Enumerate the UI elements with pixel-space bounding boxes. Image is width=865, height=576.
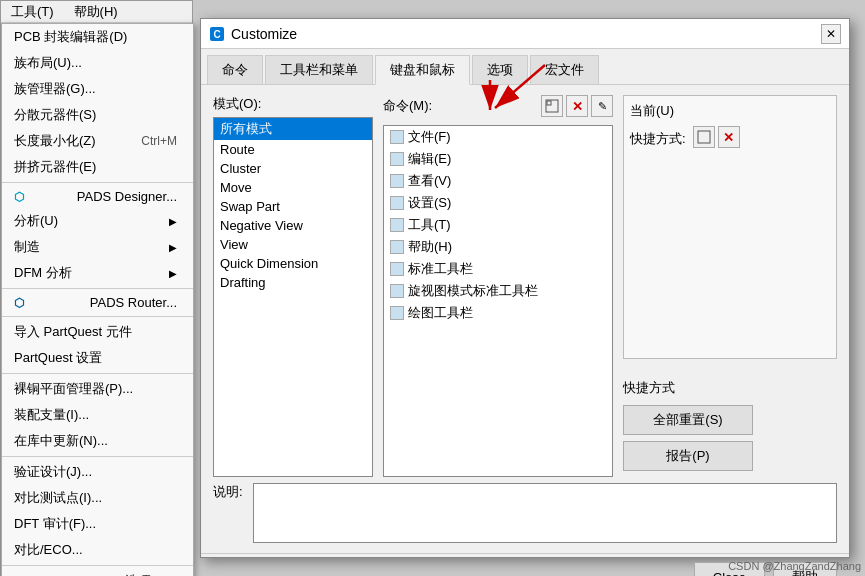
cmd-view-icon <box>390 174 404 188</box>
cmd-item-help[interactable]: 帮助(H) <box>384 236 612 258</box>
tab-commands[interactable]: 命令 <box>207 55 263 84</box>
description-label: 说明: <box>213 483 243 543</box>
current-toolbar: 快捷方式: ✕ <box>630 126 830 148</box>
sep3 <box>2 316 193 317</box>
tab-bar: 命令 工具栏和菜单 键盘和鼠标 选项 宏文件 <box>201 49 849 85</box>
mode-item-cluster[interactable]: Cluster <box>214 159 372 178</box>
commands-column: 命令(M): ✕ ✎ <box>383 95 613 477</box>
commands-new-btn[interactable] <box>541 95 563 117</box>
commands-delete-btn[interactable]: ✕ <box>566 95 588 117</box>
menu-scatter[interactable]: 分散元器件(S) <box>2 102 193 128</box>
cmd-item-draw-toolbar[interactable]: 绘图工具栏 <box>384 302 612 324</box>
report-button[interactable]: 报告(P) <box>623 441 753 471</box>
mode-item-view[interactable]: View <box>214 235 372 254</box>
menu-compare-testpoints[interactable]: 对比测试点(I)... <box>2 485 193 511</box>
dialog-title-text: Customize <box>231 26 297 42</box>
dialog-body: 模式(O): 所有模式 Route Cluster Move S <box>201 85 849 553</box>
menu-layout[interactable]: 族布局(U)... <box>2 50 193 76</box>
current-shortcut-label: 快捷方式: <box>630 130 686 148</box>
current-new-btn[interactable] <box>693 126 715 148</box>
menu-verify-design[interactable]: 验证设计(J)... <box>2 459 193 485</box>
sep4 <box>2 373 193 374</box>
cmd-item-edit[interactable]: 编辑(E) <box>384 148 612 170</box>
mode-item-quick-dim[interactable]: Quick Dimension <box>214 254 372 273</box>
menu-compare-eco[interactable]: 对比/ECO... <box>2 537 193 563</box>
cmd-item-file[interactable]: 文件(F) <box>384 126 612 148</box>
cmd-rotation-icon <box>390 284 404 298</box>
menu-copper-mgr[interactable]: 裸铜平面管理器(P)... <box>2 376 193 402</box>
right-panel: 当前(U) 快捷方式: ✕ <box>623 95 837 477</box>
menu-eco-options[interactable]: ⬡ ECO 选项(J)... <box>2 568 193 576</box>
cmd-item-settings[interactable]: 设置(S) <box>384 192 612 214</box>
menu-tools[interactable]: 工具(T) <box>5 1 60 23</box>
current-content-area <box>630 148 830 228</box>
current-delete-btn[interactable]: ✕ <box>718 126 740 148</box>
menu-panel: 工具(T) 帮助(H) PCB 封装编辑器(D) 族布局(U)... 族管理器(… <box>0 0 193 576</box>
cmd-item-view[interactable]: 查看(V) <box>384 170 612 192</box>
menu-manufacture[interactable]: 制造 ▶ <box>2 234 193 260</box>
menu-bar: 工具(T) 帮助(H) <box>1 1 192 23</box>
dialog-title-area: C Customize <box>209 26 297 42</box>
menu-minimize[interactable]: 长度最小化(Z) Ctrl+M <box>2 128 193 154</box>
menu-help[interactable]: 帮助(H) <box>68 1 124 23</box>
cmd-draw-icon <box>390 306 404 320</box>
mode-item-drafting[interactable]: Drafting <box>214 273 372 292</box>
menu-assembly[interactable]: 装配支量(I)... <box>2 402 193 428</box>
menu-manager[interactable]: 族管理器(G)... <box>2 76 193 102</box>
main-columns: 模式(O): 所有模式 Route Cluster Move S <box>213 95 837 477</box>
menu-squeeze[interactable]: 拼挤元器件(E) <box>2 154 193 180</box>
menu-partquest-settings[interactable]: PartQuest 设置 <box>2 345 193 371</box>
tab-keyboard-mouse[interactable]: 键盘和鼠标 <box>375 55 470 85</box>
pads-designer-icon: ⬡ <box>14 190 24 204</box>
menu-import-partquest[interactable]: 导入 PartQuest 元件 <box>2 319 193 345</box>
new-icon <box>545 99 559 113</box>
arrow-icon: ▶ <box>169 216 177 227</box>
commands-label: 命令(M): <box>383 97 432 115</box>
cmd-help-icon <box>390 240 404 254</box>
current-label: 当前(U) <box>630 102 674 120</box>
arrow-icon3: ▶ <box>169 268 177 279</box>
mode-item-negative[interactable]: Negative View <box>214 216 372 235</box>
cmd-item-std-toolbar[interactable]: 标准工具栏 <box>384 258 612 280</box>
svg-rect-4 <box>698 131 710 143</box>
right-column: 当前(U) 快捷方式: ✕ <box>623 95 837 477</box>
commands-edit-btn[interactable]: ✎ <box>591 95 613 117</box>
menu-dfm[interactable]: DFM 分析 ▶ <box>2 260 193 286</box>
menu-dft-audit[interactable]: DFT 审计(F)... <box>2 511 193 537</box>
tab-options[interactable]: 选项 <box>472 55 528 84</box>
description-textbox[interactable] <box>253 483 837 543</box>
mode-item-route[interactable]: Route <box>214 140 372 159</box>
modes-label: 模式(O): <box>213 95 373 113</box>
current-section: 当前(U) 快捷方式: ✕ <box>623 95 837 359</box>
current-new-icon <box>697 130 711 144</box>
menu-pads-router[interactable]: ⬡ PADS Router... <box>2 291 193 314</box>
reset-all-button[interactable]: 全部重置(S) <box>623 405 753 435</box>
commands-listbox[interactable]: 文件(F) 编辑(E) 查看(V) 设置(S) <box>383 125 613 477</box>
menu-pads-designer[interactable]: ⬡ PADS Designer... <box>2 185 193 208</box>
svg-rect-2 <box>546 100 558 112</box>
cmd-settings-icon <box>390 196 404 210</box>
dialog-title-icon: C <box>209 26 225 42</box>
menu-update-lib[interactable]: 在库中更新(N)... <box>2 428 193 454</box>
tab-macro-files[interactable]: 宏文件 <box>530 55 599 84</box>
mode-item-swap[interactable]: Swap Part <box>214 197 372 216</box>
tab-toolbar-menu[interactable]: 工具栏和菜单 <box>265 55 373 84</box>
cmd-tools-icon <box>390 218 404 232</box>
sep6 <box>2 565 193 566</box>
menu-analysis[interactable]: 分析(U) ▶ <box>2 208 193 234</box>
cmd-item-tools[interactable]: 工具(T) <box>384 214 612 236</box>
modes-listbox[interactable]: 所有模式 Route Cluster Move Swap Part <box>213 117 373 477</box>
sep1 <box>2 182 193 183</box>
sep2 <box>2 288 193 289</box>
watermark: CSDN @ZhangZandZhang <box>728 560 861 572</box>
mode-item-all[interactable]: 所有模式 <box>214 118 372 140</box>
svg-text:C: C <box>213 29 220 40</box>
sep5 <box>2 456 193 457</box>
mode-item-move[interactable]: Move <box>214 178 372 197</box>
description-area: 说明: <box>213 483 837 543</box>
cmd-item-rotation-toolbar[interactable]: 旋视图模式标准工具栏 <box>384 280 612 302</box>
menu-pcb-editor[interactable]: PCB 封装编辑器(D) <box>2 24 193 50</box>
cmd-edit-icon <box>390 152 404 166</box>
commands-toolbar: ✕ ✎ <box>541 95 613 117</box>
dialog-close-button[interactable]: ✕ <box>821 24 841 44</box>
